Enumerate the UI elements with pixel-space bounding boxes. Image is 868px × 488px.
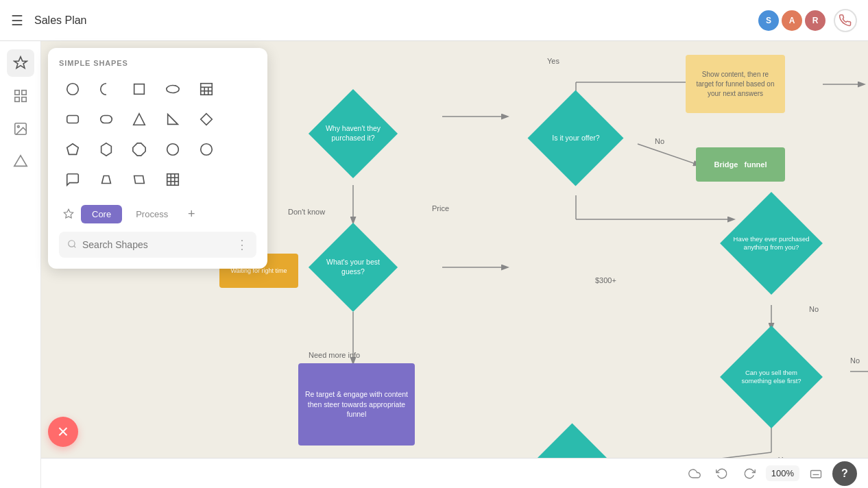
shape-table[interactable]	[193, 75, 220, 103]
help-button[interactable]: ?	[832, 461, 857, 486]
shape-panel: SIMPLE SHAPES	[48, 48, 267, 269]
shape-arc[interactable]	[93, 75, 120, 103]
svg-marker-53	[134, 176, 145, 184]
node-have-purchased[interactable]: Have they ever purchased anything from y…	[720, 192, 823, 295]
svg-rect-62	[811, 470, 821, 478]
shapes-grid	[59, 75, 256, 193]
node-bridge-funnel[interactable]: Bridge funnel	[696, 147, 785, 182]
shape-octagon[interactable]	[125, 136, 153, 163]
shape-hexagon[interactable]	[93, 136, 120, 163]
svg-marker-45	[168, 114, 178, 125]
tab-core[interactable]: Core	[81, 205, 122, 223]
svg-marker-59	[64, 209, 73, 218]
undo-button[interactable]	[711, 463, 733, 485]
shape-empty5	[226, 166, 253, 193]
shape-square[interactable]	[125, 75, 153, 103]
svg-marker-48	[101, 143, 111, 156]
svg-line-15	[638, 144, 699, 165]
svg-point-50	[167, 144, 179, 156]
header: ☰ Sales Plan S A R	[0, 0, 868, 41]
svg-point-34	[67, 84, 79, 95]
svg-text:Price: Price	[432, 204, 449, 212]
node-show-content[interactable]: Show content, then re target for funnel …	[686, 55, 785, 113]
shape-circle2[interactable]	[193, 136, 220, 163]
search-icon	[67, 239, 77, 251]
shape-speech[interactable]	[59, 166, 86, 193]
node-why-purchased[interactable]: Why haven't they purchased it?	[309, 89, 398, 178]
svg-rect-43	[100, 116, 112, 123]
shape-parallelogram[interactable]	[125, 166, 153, 193]
left-sidebar	[0, 41, 41, 488]
svg-point-36	[167, 86, 179, 93]
svg-point-51	[200, 144, 212, 156]
panel-section-title: SIMPLE SHAPES	[59, 59, 256, 67]
svg-text:No: No	[850, 356, 860, 365]
tab-add-button[interactable]: +	[182, 204, 201, 223]
svg-line-61	[74, 245, 76, 247]
bottom-toolbar: 100% ?	[41, 458, 868, 488]
shape-diamond[interactable]	[193, 106, 220, 133]
menu-button[interactable]: ☰	[11, 12, 23, 29]
svg-text:No: No	[655, 137, 664, 145]
shape-empty3	[226, 136, 253, 163]
shape-12gon[interactable]	[159, 136, 186, 163]
svg-rect-1	[21, 90, 25, 95]
svg-marker-52	[101, 176, 110, 184]
svg-text:$300+: $300+	[595, 276, 616, 284]
svg-marker-44	[134, 114, 145, 125]
svg-point-60	[69, 240, 75, 246]
sidebar-item-grid[interactable]	[7, 82, 34, 110]
svg-rect-42	[67, 116, 79, 123]
search-shapes-bar: ⋮	[59, 232, 256, 258]
shape-pentagon[interactable]	[59, 136, 86, 163]
svg-rect-37	[200, 84, 212, 95]
shape-triangle[interactable]	[125, 106, 153, 133]
shape-empty2	[226, 106, 253, 133]
keyboard-shortcut-button[interactable]	[805, 463, 827, 485]
shape-right-triangle[interactable]	[159, 106, 186, 133]
avatar-1[interactable]: S	[758, 10, 779, 31]
shape-rounded-rect[interactable]	[59, 106, 86, 133]
svg-marker-49	[133, 143, 145, 156]
sidebar-item-drawing[interactable]	[7, 148, 34, 175]
shape-category-tabs: Core Process +	[59, 204, 256, 223]
svg-marker-46	[200, 114, 212, 125]
svg-rect-0	[14, 90, 19, 95]
svg-point-5	[17, 125, 19, 127]
svg-rect-35	[134, 84, 145, 95]
svg-rect-2	[14, 97, 19, 101]
fab-close-button[interactable]: ×	[48, 417, 78, 447]
node-can-sell[interactable]: Can you sell them something else first?	[720, 326, 823, 428]
node-whats-guess[interactable]: What's your best guess?	[309, 223, 398, 312]
shape-empty	[226, 75, 253, 103]
svg-rect-3	[21, 97, 25, 101]
sidebar-item-image[interactable]	[7, 115, 34, 143]
svg-text:Don't  know: Don't know	[288, 208, 325, 216]
shape-ellipse[interactable]	[159, 75, 186, 103]
node-is-offer[interactable]: Is it your offer?	[528, 90, 624, 186]
redo-button[interactable]	[738, 463, 760, 485]
shape-grid[interactable]	[159, 166, 186, 193]
document-title: Sales Plan	[34, 14, 87, 27]
svg-text:No: No	[809, 305, 819, 313]
zoom-level[interactable]: 100%	[766, 465, 799, 481]
avatar-3[interactable]: R	[805, 10, 825, 31]
shape-circle[interactable]	[59, 75, 86, 103]
cloud-save-button[interactable]	[684, 463, 706, 485]
shapes-star-icon	[59, 204, 78, 223]
svg-rect-54	[167, 174, 179, 186]
sidebar-item-shapes[interactable]	[7, 49, 34, 77]
svg-marker-47	[67, 144, 79, 155]
node-retarget[interactable]: Re target & engage with content then ste…	[298, 363, 415, 446]
shape-trapezoid[interactable]	[93, 166, 120, 193]
search-shapes-input[interactable]	[82, 239, 230, 250]
call-button[interactable]	[834, 9, 857, 32]
tab-process[interactable]: Process	[125, 205, 179, 223]
svg-text:Yes: Yes	[547, 57, 559, 65]
search-more-icon[interactable]: ⋮	[236, 237, 248, 252]
shape-empty4	[193, 166, 220, 193]
avatar-2[interactable]: A	[782, 10, 802, 31]
svg-text:Need  more  info: Need more info	[309, 351, 360, 359]
collaborator-avatars: S A R	[758, 10, 825, 31]
shape-rounded-rect2[interactable]	[93, 106, 120, 133]
